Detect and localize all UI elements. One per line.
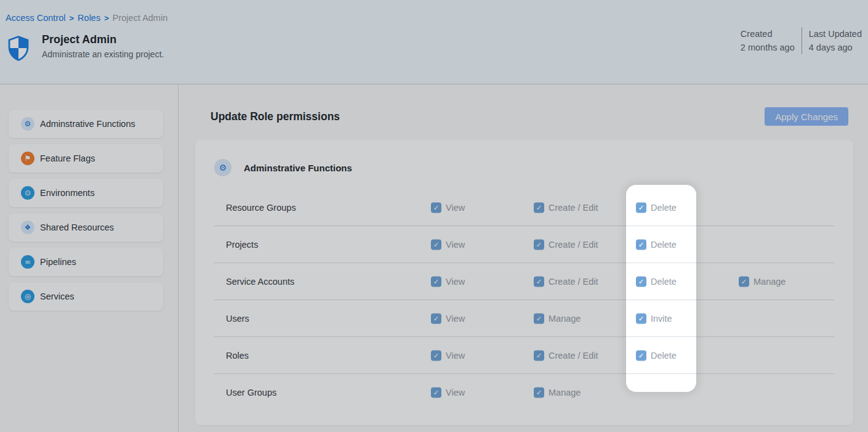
checkbox-checked-icon[interactable]: ✓ <box>534 313 544 324</box>
sidebar-item-label: Pipelines <box>40 257 76 267</box>
created-label: Created <box>741 27 795 41</box>
main-content: Update Role permissions Apply Changes ⚙ … <box>179 84 868 432</box>
permission-label: Create / Edit <box>549 203 598 213</box>
checkbox-checked-icon[interactable]: ✓ <box>636 239 646 250</box>
breadcrumb-current: Project Admin <box>113 13 167 23</box>
resource-name: Projects <box>226 240 258 250</box>
breadcrumb-link-access-control[interactable]: Access Control <box>6 13 66 23</box>
checkbox-checked-icon[interactable]: ✓ <box>534 239 544 250</box>
chevron-right-icon: > <box>104 14 109 23</box>
last-updated-label: Last Updated <box>809 27 862 41</box>
sidebar-item-adminstrative-functions[interactable]: ⚙Adminstrative Functions <box>9 110 163 138</box>
permission-label: Create / Edit <box>549 351 598 361</box>
sidebar-item-services[interactable]: ◎Services <box>9 282 163 311</box>
sidebar-item-environments[interactable]: ⊙Environments <box>9 179 163 207</box>
checkbox-checked-icon[interactable]: ✓ <box>431 276 441 287</box>
permission-label: Manage <box>549 314 581 324</box>
permission-delete: ✓Delete <box>636 350 677 361</box>
permission-view: ✓View <box>431 350 465 361</box>
card-title: Adminstrative Functions <box>244 163 352 173</box>
checkbox-checked-icon[interactable]: ✓ <box>431 350 441 361</box>
sidebar-item-label: Adminstrative Functions <box>40 119 135 129</box>
sidebar-item-label: Feature Flags <box>40 153 95 163</box>
role-title-block: Project Admin Administrate an existing p… <box>42 33 164 59</box>
permission-create-edit: ✓Create / Edit <box>534 276 598 287</box>
checkbox-checked-icon[interactable]: ✓ <box>431 387 441 397</box>
permission-invite: ✓Invite <box>636 313 672 324</box>
permission-label: View <box>446 203 465 213</box>
permission-label: Manage <box>549 388 581 397</box>
created-value: 2 months ago <box>741 41 795 54</box>
permission-create-edit: ✓Create / Edit <box>534 239 598 250</box>
checkbox-checked-icon[interactable]: ✓ <box>534 276 544 287</box>
permission-view: ✓View <box>431 387 465 397</box>
table-row-user-groups: User Groups✓View✓Manage <box>214 374 835 410</box>
permission-view: ✓View <box>431 239 465 250</box>
last-updated-value: 4 days ago <box>809 41 862 54</box>
checkbox-checked-icon[interactable]: ✓ <box>534 350 544 361</box>
permission-view: ✓View <box>431 313 465 324</box>
permission-view: ✓View <box>431 276 465 287</box>
gear-icon: ⚙ <box>21 117 34 131</box>
resource-name: Service Accounts <box>226 277 294 287</box>
checkbox-checked-icon[interactable]: ✓ <box>636 202 646 213</box>
last-updated-block: Last Updated 4 days ago <box>809 27 862 54</box>
sidebar-item-feature-flags[interactable]: ⚑Feature Flags <box>9 144 163 173</box>
resource-name: Roles <box>226 351 249 361</box>
checkbox-checked-icon[interactable]: ✓ <box>636 313 646 324</box>
checkbox-checked-icon[interactable]: ✓ <box>534 387 544 397</box>
gear-icon: ⚙ <box>214 159 231 176</box>
permission-create-edit: ✓Create / Edit <box>534 350 598 361</box>
permission-label: Manage <box>753 277 786 287</box>
permission-label: View <box>446 351 465 361</box>
permission-label: Create / Edit <box>549 240 598 250</box>
permission-label: View <box>446 277 465 287</box>
created-block: Created 2 months ago <box>741 27 795 54</box>
table-row-service-accounts: Service Accounts✓View✓Create / Edit✓Dele… <box>214 263 835 300</box>
permission-manage: ✓Manage <box>534 387 581 397</box>
checkbox-checked-icon[interactable]: ✓ <box>534 202 544 213</box>
permissions-table: Resource Groups✓View✓Create / Edit✓Delet… <box>214 189 835 410</box>
permission-delete: ✓Delete <box>636 239 677 250</box>
checkbox-checked-icon[interactable]: ✓ <box>431 202 441 213</box>
checkbox-checked-icon[interactable]: ✓ <box>636 276 646 287</box>
checkbox-checked-icon[interactable]: ✓ <box>431 313 441 324</box>
shared-resources-icon: ❖ <box>21 221 34 234</box>
section-title: Update Role permissions <box>211 110 340 123</box>
permission-label: Delete <box>651 203 677 213</box>
checkbox-checked-icon[interactable]: ✓ <box>431 239 441 250</box>
permission-delete: ✓Delete <box>636 276 677 287</box>
breadcrumb: Access Control > Roles > Project Admin <box>6 13 167 23</box>
permission-label: View <box>446 388 465 397</box>
sidebar-items: ⚙Adminstrative Functions⚑Feature Flags⊙E… <box>0 110 178 311</box>
table-row-users: Users✓View✓Manage✓Invite <box>214 300 835 337</box>
permissions-card: ⚙ Adminstrative Functions Resource Group… <box>195 140 853 425</box>
sidebar-item-shared-resources[interactable]: ❖Shared Resources <box>9 213 163 242</box>
services-icon: ◎ <box>21 290 34 303</box>
page-subtitle: Administrate an existing project. <box>42 49 164 59</box>
apply-changes-button[interactable]: Apply Changes <box>765 107 848 126</box>
main-toolbar: Update Role permissions Apply Changes <box>211 107 848 126</box>
role-meta: Created 2 months ago Last Updated 4 days… <box>741 27 862 54</box>
permission-label: View <box>446 240 465 250</box>
sidebar-item-pipelines[interactable]: ∞Pipelines <box>9 248 163 276</box>
resource-name: User Groups <box>226 388 276 397</box>
checkbox-checked-icon[interactable]: ✓ <box>636 350 646 361</box>
table-row-resource-groups: Resource Groups✓View✓Create / Edit✓Delet… <box>214 189 835 226</box>
permission-label: Delete <box>651 351 677 361</box>
resource-name: Users <box>226 314 249 324</box>
checkbox-checked-icon[interactable]: ✓ <box>739 276 749 287</box>
sidebar-item-label: Services <box>40 291 74 301</box>
card-header: ⚙ Adminstrative Functions <box>214 159 352 176</box>
breadcrumb-link-roles[interactable]: Roles <box>78 13 100 23</box>
meta-divider <box>802 27 802 54</box>
page-title: Project Admin <box>42 33 164 46</box>
sidebar-item-label: Environments <box>40 188 95 198</box>
permission-delete: ✓Delete <box>636 202 677 213</box>
resource-name: Resource Groups <box>226 203 296 213</box>
table-row-projects: Projects✓View✓Create / Edit✓Delete <box>214 226 835 263</box>
page: Access Control > Roles > Project Admin P… <box>0 0 868 432</box>
table-row-roles: Roles✓View✓Create / Edit✓Delete <box>214 337 835 374</box>
flag-icon: ⚑ <box>21 152 34 165</box>
permission-label: Invite <box>651 314 672 324</box>
